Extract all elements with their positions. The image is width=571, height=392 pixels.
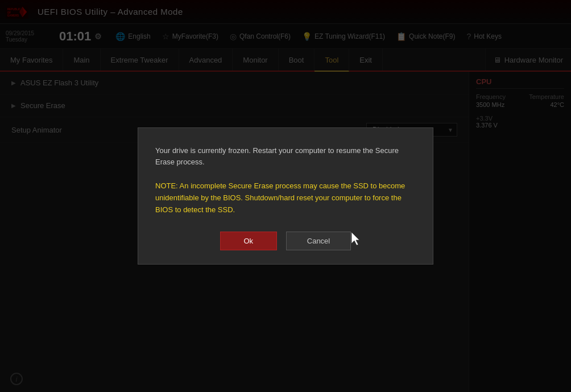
frozen-drive-dialog: Your drive is currently frozen. Restart … <box>138 127 433 265</box>
dialog-buttons: Ok Cancel <box>155 232 416 250</box>
dialog-overlay: Your drive is currently frozen. Restart … <box>0 0 571 392</box>
dialog-note-text: NOTE: An incomplete Secure Erase process… <box>155 181 405 214</box>
ok-button[interactable]: Ok <box>220 232 277 250</box>
cancel-button[interactable]: Cancel <box>286 232 351 250</box>
dialog-main-text: Your drive is currently frozen. Restart … <box>155 146 399 167</box>
dialog-body: Your drive is currently frozen. Restart … <box>155 145 416 216</box>
